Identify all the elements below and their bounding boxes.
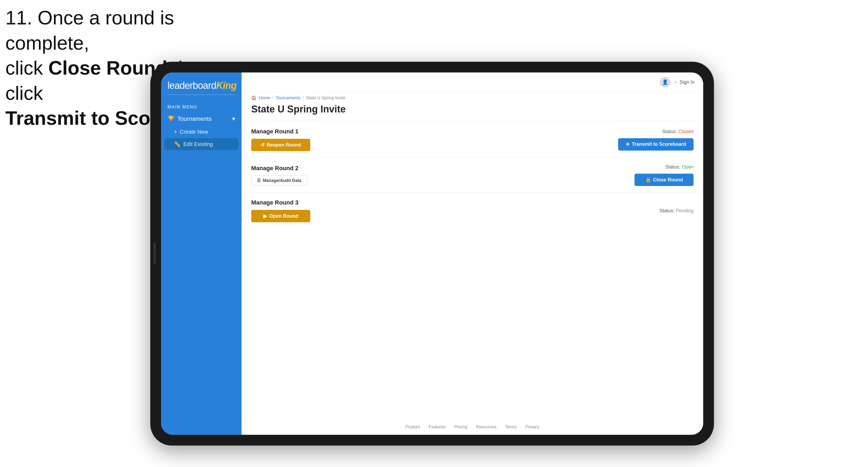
edit-icon: ✏️ bbox=[174, 141, 181, 147]
open-round-button[interactable]: ▶ Open Round bbox=[251, 210, 310, 222]
tablet-side-button bbox=[154, 243, 156, 264]
reopen-icon: ↺ bbox=[260, 142, 265, 148]
reopen-round-button[interactable]: ↺ Reopen Round bbox=[251, 139, 310, 151]
round-2-title: Manage Round 2 bbox=[251, 165, 307, 172]
footer-link-terms[interactable]: Terms bbox=[505, 425, 517, 429]
round-1-actions: Status: Closed ✈ Transmit to Scoreboard bbox=[618, 129, 693, 151]
round-2-status: Status: Open bbox=[665, 164, 693, 170]
round-3-actions: Status: Pending bbox=[659, 208, 693, 214]
breadcrumb: 🏠 Home / Tournaments / State U Spring In… bbox=[242, 92, 703, 101]
instruction-line1: 11. Once a round is complete, bbox=[5, 7, 174, 54]
round-1-info: Manage Round 1 ↺ Reopen Round bbox=[251, 128, 310, 151]
round-2-actions: Status: Open 🔒 Close Round bbox=[634, 164, 693, 186]
reopen-label: Reopen Round bbox=[267, 142, 301, 148]
sidebar-item-tournaments[interactable]: 🏆 Tournaments ▾ bbox=[161, 112, 242, 126]
logo-divider bbox=[167, 94, 235, 95]
manage-audit-button[interactable]: ☰ Manage/Audit Data bbox=[251, 176, 307, 185]
round-1-status-value: Closed bbox=[679, 129, 693, 134]
main-content: 👤 → Sign In 🏠 Home / Tournaments / State… bbox=[242, 72, 703, 435]
breadcrumb-sep2: / bbox=[303, 96, 304, 100]
chevron-down-icon: ▾ bbox=[232, 116, 235, 122]
round-1-status: Status: Closed bbox=[662, 129, 693, 134]
transmit-label: Transmit to Scoreboard bbox=[632, 142, 686, 147]
sidebar-item-edit-existing[interactable]: ✏️ Edit Existing bbox=[164, 138, 238, 150]
edit-existing-label: Edit Existing bbox=[183, 141, 213, 147]
logo: leaderboardKing bbox=[167, 80, 235, 91]
sign-in-button[interactable]: 👤 → Sign In bbox=[660, 77, 694, 88]
round-1-title: Manage Round 1 bbox=[251, 128, 310, 135]
round-3-status-value: Pending bbox=[676, 208, 693, 213]
logo-leaderboard: leaderboard bbox=[167, 80, 216, 91]
footer: Product Features Pricing Resources Terms… bbox=[242, 419, 703, 435]
sidebar-logo-area: leaderboardKing bbox=[161, 72, 242, 100]
footer-link-features[interactable]: Features bbox=[429, 425, 445, 429]
plus-icon: + bbox=[174, 129, 177, 135]
round-3-title: Manage Round 3 bbox=[251, 199, 310, 206]
sign-in-label: → bbox=[673, 80, 677, 85]
logo-king: King bbox=[216, 80, 237, 91]
footer-link-resources[interactable]: Resources bbox=[476, 425, 496, 429]
breadcrumb-home[interactable]: Home bbox=[259, 96, 270, 100]
manage-icon: ☰ bbox=[257, 178, 260, 183]
footer-link-privacy[interactable]: Privacy bbox=[525, 425, 539, 429]
page-title: State U Spring Invite bbox=[242, 101, 703, 121]
round-2-status-value: Open bbox=[682, 164, 693, 169]
transmit-scoreboard-button[interactable]: ✈ Transmit to Scoreboard bbox=[618, 138, 693, 151]
tablet-screen: leaderboardKing MAIN MENU 🏆 Tournaments … bbox=[161, 72, 703, 435]
app-container: leaderboardKing MAIN MENU 🏆 Tournaments … bbox=[161, 72, 703, 435]
trophy-icon: 🏆 bbox=[167, 116, 175, 122]
round-2-info: Manage Round 2 ☰ Manage/Audit Data bbox=[251, 165, 307, 185]
round-3-info: Manage Round 3 ▶ Open Round bbox=[251, 199, 310, 222]
breadcrumb-sep1: / bbox=[272, 96, 274, 100]
transmit-icon: ✈ bbox=[626, 142, 630, 147]
round-3-status: Status: Pending bbox=[659, 208, 693, 214]
close-round-button[interactable]: 🔒 Close Round bbox=[634, 174, 693, 186]
footer-link-product[interactable]: Product bbox=[405, 425, 420, 429]
sidebar: leaderboardKing MAIN MENU 🏆 Tournaments … bbox=[161, 72, 242, 435]
footer-link-pricing[interactable]: Pricing bbox=[454, 425, 467, 429]
breadcrumb-current: State U Spring Invite bbox=[306, 96, 345, 100]
close-icon: 🔒 bbox=[645, 177, 651, 183]
round-2-section: Manage Round 2 ☰ Manage/Audit Data Statu… bbox=[242, 158, 703, 192]
open-label: Open Round bbox=[269, 213, 298, 219]
breadcrumb-home-icon: 🏠 bbox=[251, 95, 256, 100]
breadcrumb-tournaments[interactable]: Tournaments bbox=[276, 96, 301, 100]
instruction-bold1: Close Round bbox=[48, 57, 167, 79]
tablet-frame: leaderboardKing MAIN MENU 🏆 Tournaments … bbox=[150, 62, 714, 445]
sign-in-text: Sign In bbox=[680, 80, 694, 85]
top-bar: 👤 → Sign In bbox=[242, 72, 703, 92]
main-menu-label: MAIN MENU bbox=[161, 100, 242, 112]
close-label: Close Round bbox=[653, 177, 683, 183]
manage-label: Manage/Audit Data bbox=[263, 178, 302, 183]
open-icon: ▶ bbox=[263, 213, 267, 219]
round-1-section: Manage Round 1 ↺ Reopen Round Status: Cl… bbox=[242, 121, 703, 158]
create-new-label: Create New bbox=[180, 129, 208, 135]
round-3-section: Manage Round 3 ▶ Open Round Status: Pend… bbox=[242, 192, 703, 229]
avatar: 👤 bbox=[660, 77, 671, 88]
sidebar-item-create-new[interactable]: + Create New bbox=[161, 126, 242, 138]
tournaments-nav-label: Tournaments bbox=[178, 116, 212, 122]
